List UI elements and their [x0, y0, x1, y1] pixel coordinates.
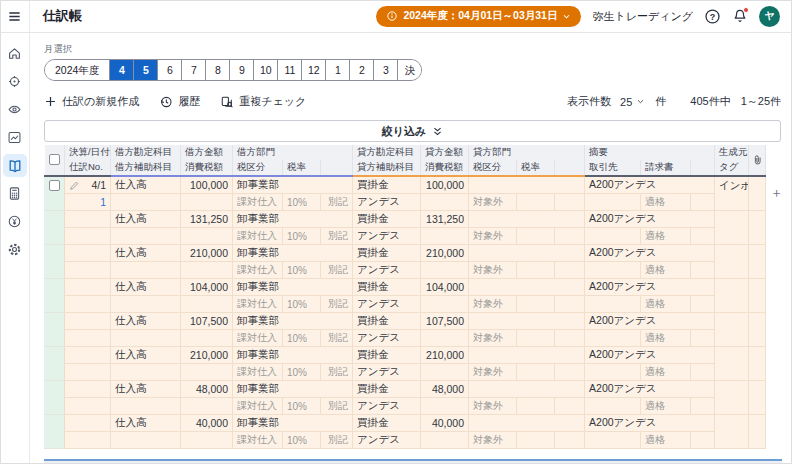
- debit-amount-cell[interactable]: 48,000: [181, 381, 233, 398]
- notifications-button[interactable]: [732, 8, 748, 24]
- attachment-cell[interactable]: [749, 347, 766, 381]
- row-add-cell[interactable]: [766, 415, 782, 449]
- credit-tax-amount-cell[interactable]: [421, 194, 469, 211]
- partner-cell[interactable]: [585, 228, 641, 245]
- credit-sub-account-cell[interactable]: アンデス: [353, 364, 421, 381]
- credit-dept-cell[interactable]: [469, 313, 585, 330]
- debit-dept-cell[interactable]: 卸事業部: [233, 415, 353, 432]
- partner-cell[interactable]: [585, 398, 641, 415]
- credit-tax-rate-cell[interactable]: [517, 194, 555, 211]
- credit-tax-rate-cell[interactable]: [517, 296, 555, 313]
- credit-tax-rate-cell[interactable]: [517, 398, 555, 415]
- row-add-cell[interactable]: [766, 347, 782, 381]
- credit-amount-cell[interactable]: 210,000: [421, 347, 469, 364]
- entry-number-cell[interactable]: [65, 330, 111, 347]
- month-button-7[interactable]: 7: [181, 60, 205, 80]
- summary-blank-cell[interactable]: [691, 228, 715, 245]
- date-cell[interactable]: 4/1: [65, 176, 111, 194]
- duplicate-check-button[interactable]: 重複チェック: [220, 94, 306, 109]
- credit-tax-class-cell[interactable]: 対象外: [469, 296, 517, 313]
- sidebar-item-funds[interactable]: [3, 210, 27, 233]
- debit-dept-cell[interactable]: 卸事業部: [233, 176, 353, 194]
- date-cell[interactable]: [65, 381, 111, 398]
- partner-cell[interactable]: [585, 194, 641, 211]
- summary-cell[interactable]: A200アンデス: [585, 415, 715, 432]
- row-add-cell[interactable]: ＋: [766, 176, 782, 211]
- credit-account-cell[interactable]: 買掛金: [353, 347, 421, 364]
- debit-tax-note-cell[interactable]: 別記: [321, 262, 353, 279]
- entry-number-cell[interactable]: 1: [65, 194, 111, 211]
- sidebar-item-calculator[interactable]: [3, 182, 27, 205]
- credit-sub-account-cell[interactable]: アンデス: [353, 398, 421, 415]
- credit-sub-account-cell[interactable]: アンデス: [353, 228, 421, 245]
- debit-tax-class-cell[interactable]: 課対仕入: [233, 364, 283, 381]
- debit-tax-note-cell[interactable]: 別記: [321, 330, 353, 347]
- entry-number-cell[interactable]: [65, 432, 111, 449]
- debit-tax-amount-cell[interactable]: [181, 194, 233, 211]
- credit-dept-cell[interactable]: [469, 347, 585, 364]
- debit-sub-account-cell[interactable]: [111, 194, 181, 211]
- debit-sub-account-cell[interactable]: [111, 228, 181, 245]
- invoice-cell[interactable]: 適格: [641, 330, 691, 347]
- debit-tax-amount-cell[interactable]: [181, 398, 233, 415]
- invoice-cell[interactable]: 適格: [641, 364, 691, 381]
- credit-account-cell[interactable]: 買掛金: [353, 176, 421, 194]
- debit-dept-cell[interactable]: 卸事業部: [233, 211, 353, 228]
- row-add-cell[interactable]: [766, 279, 782, 313]
- partner-cell[interactable]: [585, 432, 641, 449]
- invoice-cell[interactable]: 適格: [641, 296, 691, 313]
- credit-dept-cell[interactable]: [469, 245, 585, 262]
- credit-dept-cell[interactable]: [469, 279, 585, 296]
- debit-tax-note-cell[interactable]: 別記: [321, 432, 353, 449]
- debit-tax-class-cell[interactable]: 課対仕入: [233, 296, 283, 313]
- credit-dept-cell[interactable]: [469, 381, 585, 398]
- entry-number-cell[interactable]: [65, 228, 111, 245]
- credit-dept-cell[interactable]: [469, 415, 585, 432]
- attachment-cell[interactable]: [749, 313, 766, 347]
- credit-tax-class-cell[interactable]: 対象外: [469, 228, 517, 245]
- debit-dept-cell[interactable]: 卸事業部: [233, 381, 353, 398]
- credit-note-cell[interactable]: [555, 432, 585, 449]
- source-cell[interactable]: [715, 279, 749, 313]
- partner-cell[interactable]: [585, 330, 641, 347]
- credit-tax-class-cell[interactable]: 対象外: [469, 432, 517, 449]
- month-button-12[interactable]: 12: [301, 60, 325, 80]
- credit-sub-account-cell[interactable]: アンデス: [353, 432, 421, 449]
- debit-amount-cell[interactable]: 104,000: [181, 279, 233, 296]
- date-cell[interactable]: [65, 347, 111, 364]
- debit-sub-account-cell[interactable]: [111, 296, 181, 313]
- summary-blank-cell[interactable]: [691, 262, 715, 279]
- debit-tax-amount-cell[interactable]: [181, 228, 233, 245]
- source-cell[interactable]: インポ…: [715, 176, 749, 211]
- summary-cell[interactable]: A200アンデス: [585, 313, 715, 330]
- debit-tax-amount-cell[interactable]: [181, 330, 233, 347]
- debit-tax-amount-cell[interactable]: [181, 364, 233, 381]
- credit-amount-cell[interactable]: 100,000: [421, 176, 469, 194]
- debit-amount-cell[interactable]: 210,000: [181, 245, 233, 262]
- invoice-cell[interactable]: 適格: [641, 432, 691, 449]
- credit-account-cell[interactable]: 買掛金: [353, 245, 421, 262]
- credit-account-cell[interactable]: 買掛金: [353, 415, 421, 432]
- attachment-cell[interactable]: [749, 279, 766, 313]
- sidebar-item-home[interactable]: [3, 42, 27, 65]
- source-cell[interactable]: [715, 415, 749, 449]
- month-button-11[interactable]: 11: [277, 60, 301, 80]
- credit-tax-class-cell[interactable]: 対象外: [469, 194, 517, 211]
- debit-tax-amount-cell[interactable]: [181, 262, 233, 279]
- avatar[interactable]: ヤ: [759, 6, 780, 27]
- row-select-cell[interactable]: [45, 313, 65, 347]
- credit-sub-account-cell[interactable]: アンデス: [353, 194, 421, 211]
- credit-sub-account-cell[interactable]: アンデス: [353, 330, 421, 347]
- row-checkbox[interactable]: [49, 180, 60, 191]
- month-button-4[interactable]: 4: [109, 60, 133, 80]
- debit-tax-note-cell[interactable]: 別記: [321, 364, 353, 381]
- filter-toggle-button[interactable]: 絞り込み: [44, 120, 781, 142]
- credit-dept-cell[interactable]: [469, 176, 585, 194]
- summary-blank-cell[interactable]: [691, 194, 715, 211]
- source-cell[interactable]: [715, 245, 749, 279]
- month-button-3[interactable]: 3: [373, 60, 397, 80]
- entry-number-cell[interactable]: [65, 262, 111, 279]
- debit-dept-cell[interactable]: 卸事業部: [233, 347, 353, 364]
- credit-note-cell[interactable]: [555, 194, 585, 211]
- debit-tax-class-cell[interactable]: 課対仕入: [233, 194, 283, 211]
